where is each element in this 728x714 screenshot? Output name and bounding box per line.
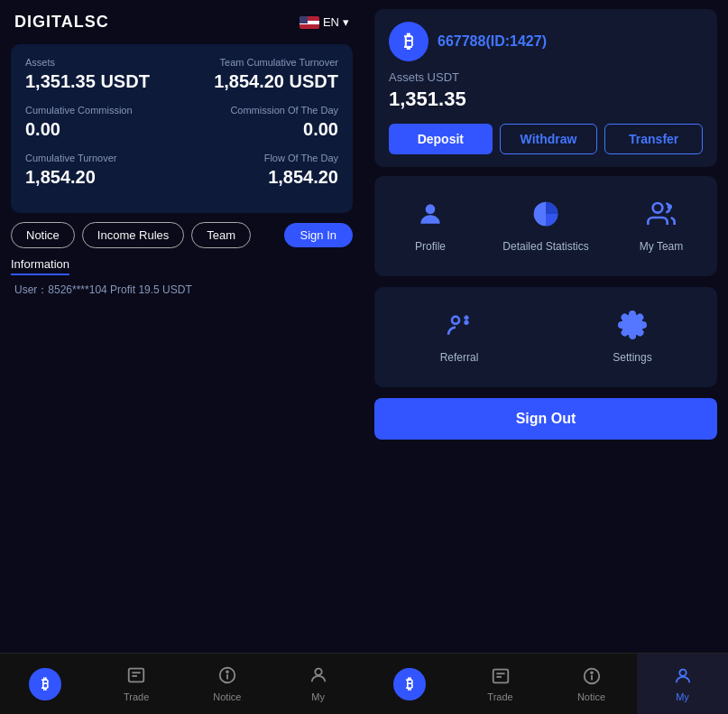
stats-card: Assets Team Cumulative Turnover 1,351.35… [11,44,353,213]
deposit-button[interactable]: Deposit [389,124,493,154]
assets-label: Assets [25,57,55,68]
cumulative-commission-value: 0.00 [25,119,60,140]
svg-point-22 [679,669,686,675]
notice-icon [217,665,237,688]
language-selector[interactable]: EN ▾ [299,15,349,29]
right-nav-my-label: My [676,691,689,702]
team-value: 1,854.20 USDT [214,71,338,92]
right-nav-trade-label: Trade [487,691,512,702]
nav-my[interactable]: My [272,654,364,714]
logo: DIGITALSC [14,13,109,32]
svg-point-10 [668,204,672,209]
right-nav-notice-label: Notice [577,691,605,702]
assets-usdt-label: Assets USDT [389,70,703,84]
stats-label: Detailed Statistics [502,240,588,253]
menu-detailed-statistics[interactable]: Detailed Statistics [490,185,602,267]
profile-icon [416,199,445,235]
chevron-down-icon: ▾ [343,15,349,29]
right-nav-home[interactable]: ₿ [364,654,455,714]
nav-trade[interactable]: Trade [91,654,182,714]
menu-grid-bottom: Referral Settings [374,287,717,387]
nav-my-label: My [311,691,325,702]
right-panel: ₿ 667788(ID:1427) Assets USDT 1,351.35 D… [364,0,728,714]
nav-trade-label: Trade [124,691,149,702]
svg-point-20 [591,672,593,673]
team-button[interactable]: Team [191,222,251,248]
info-tab-label: Information [11,257,69,271]
cumulative-turnover-value: 1,854.20 [25,167,96,188]
referral-label: Referral [440,351,479,364]
right-nav-notice[interactable]: Notice [546,654,637,714]
right-notice-icon [582,666,602,688]
commission-day-label: Commission Of The Day [230,105,338,116]
menu-grid-top: Profile Detailed Statistics [374,176,717,276]
settings-label: Settings [613,351,651,364]
ticker-text: User：8526****104 Profit 19.5 USDT [0,275,364,305]
profile-label: Profile [415,240,446,253]
right-trade-icon [491,666,511,688]
sign-in-button[interactable]: Sign In [284,223,353,247]
withdraw-button[interactable]: Withdraw [500,124,598,154]
cumulative-turnover-label: Cumulative Turnover [25,153,117,163]
nav-home[interactable]: ₿ [0,654,91,714]
user-btc-icon: ₿ [389,22,429,61]
flow-day-value: 1,854.20 [268,167,338,188]
header: DIGITALSC EN ▾ [0,0,364,44]
user-card: ₿ 667788(ID:1427) Assets USDT 1,351.35 D… [374,9,717,167]
user-card-header: ₿ 667788(ID:1427) [389,22,703,61]
menu-profile[interactable]: Profile [374,185,486,267]
info-section: Information [0,255,364,275]
stats-icon [531,199,560,235]
sign-out-button[interactable]: Sign Out [374,398,717,440]
menu-my-team[interactable]: My Team [605,185,717,267]
action-buttons: Notice Income Rules Team Sign In [0,222,364,248]
nav-notice-label: Notice [213,691,241,702]
user-id: 667788(ID:1427) [438,33,547,50]
lang-label: EN [323,15,339,29]
income-rules-button[interactable]: Income Rules [82,222,184,248]
settings-icon [618,311,647,346]
commission-day-value: 0.00 [303,119,338,140]
svg-point-9 [653,203,663,213]
flow-day-label: Flow Of The Day [264,153,338,163]
cumulative-commission-label: Cumulative Commission [25,105,133,116]
right-my-icon [673,666,693,688]
transfer-button[interactable]: Transfer [604,124,703,154]
home-btc-icon: ₿ [29,668,61,700]
svg-point-6 [315,669,321,675]
action-buttons: Deposit Withdraw Transfer [389,124,703,154]
left-bottom-nav: ₿ Trade Notice [0,653,364,714]
menu-referral[interactable]: Referral [374,296,544,378]
right-nav-my[interactable]: My [637,654,728,714]
svg-point-12 [464,320,468,325]
team-label: My Team [640,240,683,253]
trade-icon [126,665,146,688]
right-bottom-nav: ₿ Trade Notice [364,653,728,714]
team-cumulative-label: Team Cumulative Turnover [220,57,338,68]
svg-point-11 [452,317,459,324]
notice-button[interactable]: Notice [11,222,75,248]
my-icon [309,665,328,688]
right-home-btc-icon: ₿ [393,668,426,700]
referral-icon [445,311,474,346]
assets-value: 1,351.35 USDT [25,71,150,92]
nav-notice[interactable]: Notice [182,654,273,714]
assets-usdt-value: 1,351.35 [389,88,703,111]
team-icon [647,199,676,235]
menu-settings[interactable]: Settings [548,296,717,378]
left-panel: DIGITALSC EN ▾ Assets Team Cumulative Tu… [0,0,364,714]
flag-icon [299,16,319,29]
svg-point-7 [426,204,436,214]
svg-point-4 [226,671,228,672]
right-nav-trade[interactable]: Trade [455,654,546,714]
